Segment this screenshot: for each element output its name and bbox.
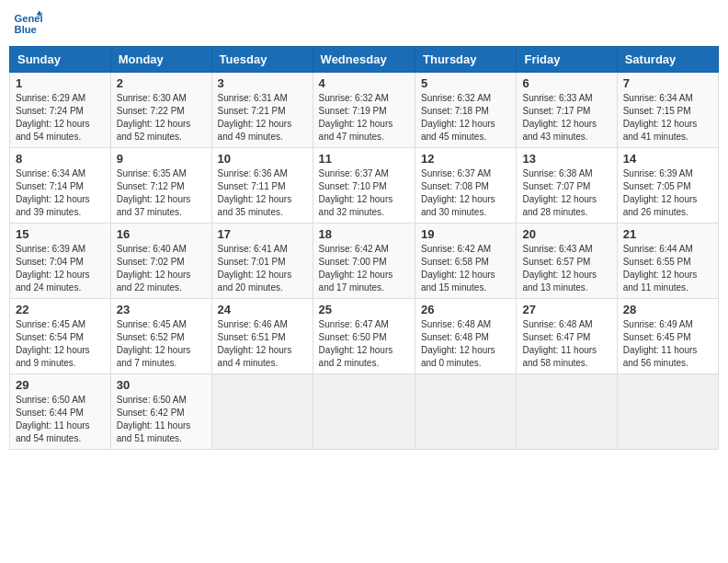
calendar-cell: 4Sunrise: 6:32 AMSunset: 7:19 PMDaylight… <box>313 73 415 148</box>
day-number: 19 <box>421 227 510 241</box>
day-number: 23 <box>117 303 206 316</box>
day-info: Sunrise: 6:48 AMSunset: 6:48 PMDaylight:… <box>421 318 510 370</box>
calendar-cell: 7Sunrise: 6:34 AMSunset: 7:15 PMDaylight… <box>617 73 718 148</box>
calendar-header-row: SundayMondayTuesdayWednesdayThursdayFrid… <box>10 47 719 73</box>
day-number: 17 <box>218 227 307 241</box>
calendar-header-sunday: Sunday <box>10 47 111 73</box>
day-number: 6 <box>522 76 610 90</box>
calendar-cell: 28Sunrise: 6:49 AMSunset: 6:45 PMDayligh… <box>617 299 718 374</box>
page-header: General Blue <box>9 9 719 39</box>
day-number: 18 <box>319 227 409 241</box>
calendar-header-wednesday: Wednesday <box>313 47 415 73</box>
day-number: 24 <box>218 303 307 316</box>
day-number: 30 <box>117 378 206 392</box>
day-info: Sunrise: 6:39 AMSunset: 7:04 PMDaylight:… <box>16 243 105 294</box>
calendar-cell <box>313 374 415 450</box>
day-info: Sunrise: 6:40 AMSunset: 7:02 PMDaylight:… <box>117 243 206 294</box>
calendar-cell: 19Sunrise: 6:42 AMSunset: 6:58 PMDayligh… <box>415 224 517 299</box>
day-number: 25 <box>319 303 409 316</box>
calendar-header-saturday: Saturday <box>617 47 718 73</box>
calendar-cell <box>517 374 617 450</box>
day-number: 3 <box>218 76 307 90</box>
calendar-cell: 20Sunrise: 6:43 AMSunset: 6:57 PMDayligh… <box>517 224 617 299</box>
day-number: 7 <box>623 76 712 90</box>
calendar-cell: 29Sunrise: 6:50 AMSunset: 6:44 PMDayligh… <box>10 374 111 450</box>
calendar-week-3: 15Sunrise: 6:39 AMSunset: 7:04 PMDayligh… <box>10 224 719 299</box>
day-info: Sunrise: 6:31 AMSunset: 7:21 PMDaylight:… <box>218 92 307 144</box>
calendar-header-tuesday: Tuesday <box>211 47 313 73</box>
day-number: 4 <box>319 76 409 90</box>
calendar-cell: 16Sunrise: 6:40 AMSunset: 7:02 PMDayligh… <box>110 224 211 299</box>
calendar-cell <box>617 374 718 450</box>
calendar-week-2: 8Sunrise: 6:34 AMSunset: 7:14 PMDaylight… <box>10 148 719 224</box>
calendar-cell: 2Sunrise: 6:30 AMSunset: 7:22 PMDaylight… <box>110 73 211 148</box>
logo: General Blue <box>13 9 46 39</box>
day-info: Sunrise: 6:42 AMSunset: 7:00 PMDaylight:… <box>319 243 409 294</box>
day-info: Sunrise: 6:30 AMSunset: 7:22 PMDaylight:… <box>117 92 206 144</box>
calendar-header-monday: Monday <box>110 47 211 73</box>
calendar-cell: 14Sunrise: 6:39 AMSunset: 7:05 PMDayligh… <box>617 148 718 224</box>
calendar-week-5: 29Sunrise: 6:50 AMSunset: 6:44 PMDayligh… <box>10 374 719 450</box>
calendar-cell: 30Sunrise: 6:50 AMSunset: 6:42 PMDayligh… <box>110 374 211 450</box>
calendar-cell: 6Sunrise: 6:33 AMSunset: 7:17 PMDaylight… <box>517 73 617 148</box>
day-info: Sunrise: 6:41 AMSunset: 7:01 PMDaylight:… <box>218 243 307 294</box>
day-number: 9 <box>117 152 206 166</box>
day-info: Sunrise: 6:43 AMSunset: 6:57 PMDaylight:… <box>522 243 610 294</box>
day-info: Sunrise: 6:39 AMSunset: 7:05 PMDaylight:… <box>623 167 712 219</box>
day-info: Sunrise: 6:46 AMSunset: 6:51 PMDaylight:… <box>218 318 307 370</box>
calendar-cell <box>211 374 313 450</box>
day-number: 20 <box>522 227 610 241</box>
svg-text:Blue: Blue <box>15 24 37 35</box>
day-number: 29 <box>16 378 105 392</box>
day-number: 21 <box>623 227 712 241</box>
calendar-cell: 25Sunrise: 6:47 AMSunset: 6:50 PMDayligh… <box>313 299 415 374</box>
logo-icon: General Blue <box>13 9 42 39</box>
calendar-cell: 12Sunrise: 6:37 AMSunset: 7:08 PMDayligh… <box>415 148 517 224</box>
calendar-cell: 27Sunrise: 6:48 AMSunset: 6:47 PMDayligh… <box>517 299 617 374</box>
day-number: 12 <box>421 152 510 166</box>
day-info: Sunrise: 6:50 AMSunset: 6:42 PMDaylight:… <box>117 394 206 445</box>
day-number: 15 <box>16 227 105 241</box>
day-number: 16 <box>117 227 206 241</box>
day-number: 5 <box>421 76 510 90</box>
day-number: 1 <box>16 76 105 90</box>
calendar-cell: 15Sunrise: 6:39 AMSunset: 7:04 PMDayligh… <box>10 224 111 299</box>
day-info: Sunrise: 6:48 AMSunset: 6:47 PMDaylight:… <box>522 318 610 370</box>
day-info: Sunrise: 6:50 AMSunset: 6:44 PMDaylight:… <box>16 394 105 445</box>
calendar-cell: 8Sunrise: 6:34 AMSunset: 7:14 PMDaylight… <box>10 148 111 224</box>
calendar-cell: 9Sunrise: 6:35 AMSunset: 7:12 PMDaylight… <box>110 148 211 224</box>
day-number: 22 <box>16 303 105 316</box>
day-info: Sunrise: 6:34 AMSunset: 7:15 PMDaylight:… <box>623 92 712 144</box>
day-number: 14 <box>623 152 712 166</box>
calendar-cell: 3Sunrise: 6:31 AMSunset: 7:21 PMDaylight… <box>211 73 313 148</box>
day-number: 13 <box>522 152 610 166</box>
calendar-cell: 22Sunrise: 6:45 AMSunset: 6:54 PMDayligh… <box>10 299 111 374</box>
day-info: Sunrise: 6:45 AMSunset: 6:52 PMDaylight:… <box>117 318 206 370</box>
day-info: Sunrise: 6:45 AMSunset: 6:54 PMDaylight:… <box>16 318 105 370</box>
calendar-week-4: 22Sunrise: 6:45 AMSunset: 6:54 PMDayligh… <box>10 299 719 374</box>
day-info: Sunrise: 6:29 AMSunset: 7:24 PMDaylight:… <box>16 92 105 144</box>
calendar-week-1: 1Sunrise: 6:29 AMSunset: 7:24 PMDaylight… <box>10 73 719 148</box>
calendar-cell: 26Sunrise: 6:48 AMSunset: 6:48 PMDayligh… <box>415 299 517 374</box>
calendar-cell: 23Sunrise: 6:45 AMSunset: 6:52 PMDayligh… <box>110 299 211 374</box>
calendar-cell: 1Sunrise: 6:29 AMSunset: 7:24 PMDaylight… <box>10 73 111 148</box>
calendar-header-friday: Friday <box>517 47 617 73</box>
day-number: 10 <box>218 152 307 166</box>
calendar-cell: 24Sunrise: 6:46 AMSunset: 6:51 PMDayligh… <box>211 299 313 374</box>
day-info: Sunrise: 6:47 AMSunset: 6:50 PMDaylight:… <box>319 318 409 370</box>
day-number: 11 <box>319 152 409 166</box>
day-info: Sunrise: 6:33 AMSunset: 7:17 PMDaylight:… <box>522 92 610 144</box>
calendar-cell: 10Sunrise: 6:36 AMSunset: 7:11 PMDayligh… <box>211 148 313 224</box>
calendar-cell: 5Sunrise: 6:32 AMSunset: 7:18 PMDaylight… <box>415 73 517 148</box>
day-info: Sunrise: 6:49 AMSunset: 6:45 PMDaylight:… <box>623 318 712 370</box>
calendar-header-thursday: Thursday <box>415 47 517 73</box>
calendar-cell: 13Sunrise: 6:38 AMSunset: 7:07 PMDayligh… <box>517 148 617 224</box>
day-info: Sunrise: 6:32 AMSunset: 7:19 PMDaylight:… <box>319 92 409 144</box>
day-info: Sunrise: 6:38 AMSunset: 7:07 PMDaylight:… <box>522 167 610 219</box>
day-number: 27 <box>522 303 610 316</box>
day-number: 2 <box>117 76 206 90</box>
day-info: Sunrise: 6:35 AMSunset: 7:12 PMDaylight:… <box>117 167 206 219</box>
day-number: 26 <box>421 303 510 316</box>
day-info: Sunrise: 6:37 AMSunset: 7:10 PMDaylight:… <box>319 167 409 219</box>
day-number: 28 <box>623 303 712 316</box>
